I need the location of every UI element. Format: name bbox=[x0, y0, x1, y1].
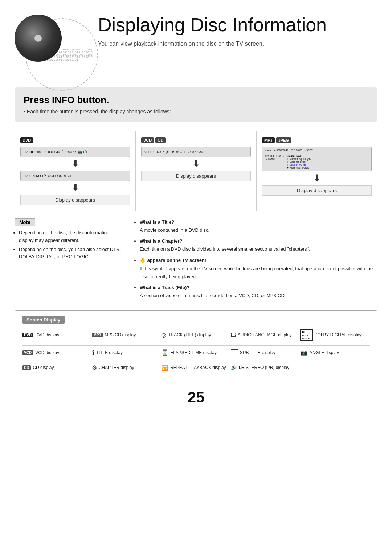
screen-display-title: Screen Display bbox=[22, 316, 65, 324]
bullet-chapter: What is a Chapter? Each title on a DVD d… bbox=[140, 237, 377, 253]
sd-repeat: 🔁 REPEAT PLAYBACK display bbox=[161, 364, 231, 371]
vcd-cd-column: VCD CD VCD ⚬ 02/02 🔊 LR ↺ OFF ⏱ 0:32:30 … bbox=[136, 131, 257, 211]
sd-row-1: DVD DVD display MP3 MP3 CD display ◎ TRA… bbox=[22, 329, 370, 341]
vcd-badge: VCD bbox=[141, 137, 154, 143]
sd-track: ◎ TRACK (FILE) display bbox=[161, 332, 231, 339]
sd-mp3: MP3 MP3 CD display bbox=[92, 332, 162, 337]
mp3-display-label: MP3 CD display bbox=[105, 332, 136, 337]
sd-row-3: CD CD display ⚙ CHAPTER display 🔁 REPEAT… bbox=[22, 364, 370, 371]
subtitle-display-label: SUBTITLE display bbox=[240, 350, 275, 355]
audio-lang-label: AUDIO LANGUAGE display bbox=[238, 332, 292, 337]
disc-icon bbox=[15, 15, 62, 62]
note-box: Note Depending on the disc, the disc inf… bbox=[15, 218, 123, 303]
dvd-screen2: DVD 🇰🇴 KO 1/3 ≡ OFF/ 02 ↺ OFF bbox=[20, 171, 130, 181]
vcd-display-label: VCD display bbox=[35, 350, 59, 355]
sd-divider-1 bbox=[22, 345, 370, 346]
mp3-display-badge: MP3 bbox=[92, 333, 103, 337]
page-number: 25 bbox=[15, 389, 377, 406]
title-display-label: TITLE display bbox=[96, 350, 123, 355]
cd-display-label: CD display bbox=[33, 365, 54, 370]
sd-lr: 🔊 LR STEREO (L/R) display bbox=[231, 365, 301, 370]
track-icon: ◎ bbox=[161, 332, 166, 339]
bullet-chapter-label: What is a Chapter? bbox=[140, 238, 183, 244]
dolby-label: DOLBY DIGITAL display bbox=[314, 332, 362, 337]
chapter-icon: ⚙ bbox=[92, 364, 97, 371]
elapsed-display-label: ELAPSED TIME display bbox=[170, 350, 217, 355]
dvd-display-label: DVD display bbox=[35, 332, 59, 337]
subtitle-icon: — bbox=[231, 349, 238, 356]
page-subtitle: You can view playback information on the… bbox=[98, 41, 327, 47]
sd-subtitle: — SUBTITLE display bbox=[231, 349, 301, 356]
sd-cd: CD CD display bbox=[22, 365, 92, 370]
sd-dolby: DIDOLBYDIGITAL DOLBY DIGITAL display bbox=[300, 329, 370, 341]
vcd-screen1: VCD ⚬ 02/02 🔊 LR ↺ OFF ⏱ 0:32:30 bbox=[141, 147, 251, 157]
sd-elapsed: ⌛ ELAPSED TIME display bbox=[161, 349, 231, 356]
note-list: Depending on the disc, the disc informat… bbox=[15, 229, 123, 261]
chapter-display-label: CHAPTER display bbox=[99, 365, 134, 370]
bullet-track-label: What is a Track (File)? bbox=[140, 285, 189, 290]
dvd-display-badge: DVD bbox=[22, 333, 33, 337]
bullet-hand-label: appears on the TV screen! bbox=[147, 258, 207, 263]
dvd-display-disappears: Display disappears bbox=[20, 195, 130, 205]
elapsed-icon: ⌛ bbox=[161, 349, 168, 356]
jpeg-badge: JPEG bbox=[276, 137, 291, 143]
sd-dvd: DVD DVD display bbox=[22, 332, 92, 337]
mp3-jpeg-badge-area: MP3 JPEG bbox=[262, 137, 291, 143]
lr-icon: 🔊 bbox=[231, 365, 237, 370]
cd-display-badge: CD bbox=[22, 365, 31, 370]
mp3-badge: MP3 bbox=[262, 137, 275, 143]
display-columns: DVD DVD ▶ 01/01 ⚬ 001/040 ⏱ 0:00:37 📷 1/… bbox=[15, 131, 377, 211]
page-header: 0101001010101010101001010010101010101010… bbox=[0, 0, 392, 84]
sd-chapter: ⚙ CHAPTER display bbox=[92, 364, 162, 371]
page-title: Displaying Disc Information bbox=[98, 15, 327, 35]
bullet-title: What is a Title? A movie contained in a … bbox=[140, 218, 377, 234]
lr-display-label: LR STEREO (L/R) display bbox=[239, 365, 289, 370]
vcd-display-disappears: Display disappears bbox=[141, 171, 251, 181]
bullet-track-text: A section of video or a music file recor… bbox=[140, 293, 286, 298]
bullet-title-text: A movie contained in a DVD disc. bbox=[140, 227, 209, 233]
vcd-arrow1: ⬇ bbox=[141, 159, 251, 169]
title-icon: ℹ bbox=[92, 349, 94, 357]
dvd-badge-area: DVD bbox=[20, 137, 33, 143]
main-content: Press INFO button. Each time the button … bbox=[0, 84, 392, 417]
note-title: Note bbox=[15, 218, 35, 226]
notes-area: Note Depending on the disc, the disc inf… bbox=[15, 218, 377, 303]
hand-icon: 🤚 bbox=[140, 257, 146, 263]
mp3-screen1: MP3 ⚬ 0001/0042 ⏱ 0:00:09 ↺ OFF DVD RECE… bbox=[262, 147, 372, 171]
info-description: Each time the button is pressed, the dis… bbox=[24, 109, 368, 114]
mp3-display-disappears: Display disappears bbox=[262, 185, 372, 196]
header-text-block: Displaying Disc Information You can view… bbox=[87, 11, 327, 47]
screen-display-section: Screen Display DVD DVD display MP3 MP3 C… bbox=[15, 310, 377, 381]
bullet-hand-text: If this symbol appears on the TV screen … bbox=[140, 266, 373, 279]
vcd-cd-badge-area: VCD CD bbox=[141, 137, 166, 143]
angle-display-label: ANGLE display bbox=[309, 350, 339, 355]
cd-badge: CD bbox=[155, 137, 166, 143]
dvd-arrow2: ⬇ bbox=[20, 183, 130, 193]
note-item-2: Depending on the disc, you can also sele… bbox=[19, 246, 123, 261]
angle-icon: 📷 bbox=[300, 349, 307, 356]
dvd-screen1: DVD ▶ 01/01 ⚬ 001/040 ⏱ 0:00:37 📷 1/1 bbox=[20, 147, 130, 157]
repeat-display-label: REPEAT PLAYBACK display bbox=[170, 365, 226, 370]
sd-audio-lang: 🎞 AUDIO LANGUAGE display bbox=[231, 332, 301, 338]
bullet-hand: 🤚 appears on the TV screen! If this symb… bbox=[140, 256, 377, 281]
vcd-display-badge: VCD bbox=[22, 350, 33, 355]
info-title: Press INFO button. bbox=[24, 94, 368, 106]
sd-vcd: VCD VCD display bbox=[22, 350, 92, 355]
mp3-jpeg-column: MP3 JPEG MP3 ⚬ 0001/0042 ⏱ 0:00:09 ↺ OFF… bbox=[257, 131, 377, 211]
dvd-badge: DVD bbox=[20, 137, 33, 143]
dvd-arrow1: ⬇ bbox=[20, 159, 130, 169]
info-section: Press INFO button. Each time the button … bbox=[15, 87, 377, 122]
repeat-icon: 🔁 bbox=[161, 364, 168, 371]
bullet-chapter-text: Each title on a DVD disc is divided into… bbox=[140, 246, 310, 252]
bullets-right: What is a Title? A movie contained in a … bbox=[134, 218, 377, 303]
sd-angle: 📷 ANGLE display bbox=[300, 349, 370, 356]
sd-divider-2 bbox=[22, 361, 370, 361]
bullet-title-label: What is a Title? bbox=[140, 219, 174, 225]
audio-lang-icon: 🎞 bbox=[231, 332, 236, 338]
sd-title: ℹ TITLE display bbox=[92, 349, 162, 357]
sd-row-2: VCD VCD display ℹ TITLE display ⌛ ELAPSE… bbox=[22, 349, 370, 357]
track-display-label: TRACK (FILE) display bbox=[168, 332, 211, 337]
dolby-icon: DIDOLBYDIGITAL bbox=[300, 329, 313, 341]
mp3-arrow1: ⬇ bbox=[262, 173, 372, 183]
bullet-track: What is a Track (File)? A section of vid… bbox=[140, 284, 377, 300]
